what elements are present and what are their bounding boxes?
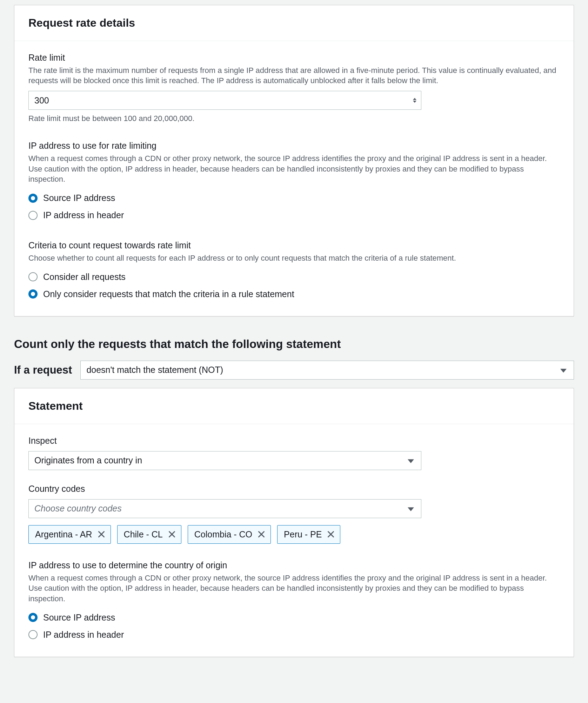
ip-rate-limiting-field: IP address to use for rate limiting When…: [28, 140, 560, 224]
close-icon: [168, 531, 175, 538]
panel-title: Statement: [28, 398, 560, 414]
remove-tag-button[interactable]: [257, 530, 266, 538]
radio-label: IP address in header: [43, 209, 124, 221]
criteria-description: Choose whether to count all requests for…: [28, 253, 560, 263]
radio-icon: [28, 194, 38, 203]
rate-limit-description: The rate limit is the maximum number of …: [28, 65, 560, 86]
criteria-radio-group: Consider all requests Only consider requ…: [28, 268, 560, 303]
country-tag: Peru - PE: [277, 525, 340, 544]
country-codes-select[interactable]: Choose country codes: [28, 499, 421, 518]
select-value: Originates from a country in: [34, 454, 142, 467]
ip-rate-description: When a request comes through a CDN or ot…: [28, 153, 560, 185]
country-codes-label: Country codes: [28, 483, 560, 495]
criteria-option-all[interactable]: Consider all requests: [28, 268, 560, 286]
panel-title: Request rate details: [28, 15, 560, 31]
country-tag: Argentina - AR: [28, 525, 111, 544]
stepper-up-icon: [413, 98, 416, 100]
inspect-label: Inspect: [28, 435, 560, 447]
country-codes-tags: Argentina - AR Chile - CL Colombia - CO: [28, 525, 560, 544]
rate-limit-hint: Rate limit must be between 100 and 20,00…: [28, 113, 560, 124]
radio-label: Only consider requests that match the cr…: [43, 288, 294, 300]
radio-icon: [28, 289, 38, 299]
rate-limit-input[interactable]: [28, 91, 421, 110]
tag-label: Argentina - AR: [35, 528, 92, 541]
ip-rate-radio-group: Source IP address IP address in header: [28, 189, 560, 224]
ip-origin-radio-group: Source IP address IP address in header: [28, 609, 560, 643]
if-request-label: If a request: [14, 362, 72, 377]
remove-tag-button[interactable]: [327, 530, 335, 538]
ip-origin-option-header[interactable]: IP address in header: [28, 626, 560, 643]
ip-origin-field: IP address to use to determine the count…: [28, 559, 560, 643]
tag-label: Peru - PE: [284, 528, 322, 541]
radio-icon: [28, 613, 38, 622]
tag-label: Chile - CL: [124, 528, 163, 541]
radio-label: Source IP address: [43, 611, 115, 624]
ip-rate-option-source[interactable]: Source IP address: [28, 189, 560, 207]
criteria-option-match[interactable]: Only consider requests that match the cr…: [28, 286, 560, 303]
radio-icon: [28, 630, 38, 639]
rate-limit-label: Rate limit: [28, 52, 560, 64]
radio-label: Consider all requests: [43, 271, 126, 283]
close-icon: [98, 531, 105, 538]
country-codes-field: Country codes Choose country codes Argen…: [28, 483, 560, 544]
close-icon: [327, 531, 334, 538]
remove-tag-button[interactable]: [97, 530, 106, 538]
radio-icon: [28, 272, 38, 281]
select-value: doesn't match the statement (NOT): [86, 364, 223, 376]
inspect-select[interactable]: Originates from a country in: [28, 451, 421, 470]
select-placeholder: Choose country codes: [34, 502, 122, 515]
stepper-down-icon: [413, 101, 416, 103]
ip-origin-description: When a request comes through a CDN or ot…: [28, 573, 560, 604]
chevron-down-icon: [408, 507, 414, 511]
inspect-field: Inspect Originates from a country in: [28, 435, 560, 470]
criteria-field: Criteria to count request towards rate l…: [28, 239, 560, 303]
country-tag: Chile - CL: [117, 525, 181, 544]
chevron-down-icon: [560, 369, 567, 373]
ip-rate-option-header[interactable]: IP address in header: [28, 207, 560, 224]
radio-icon: [28, 211, 38, 220]
country-tag: Colombia - CO: [188, 525, 271, 544]
radio-label: IP address in header: [43, 629, 124, 641]
tag-label: Colombia - CO: [194, 528, 252, 541]
criteria-label: Criteria to count request towards rate l…: [28, 239, 560, 252]
if-request-row: If a request doesn't match the statement…: [14, 361, 574, 380]
ip-origin-option-source[interactable]: Source IP address: [28, 609, 560, 626]
rate-limit-stepper[interactable]: [412, 95, 418, 105]
statement-panel: Statement Inspect Originates from a coun…: [14, 388, 574, 657]
request-rate-details-panel: Request rate details Rate limit The rate…: [14, 5, 574, 316]
ip-origin-label: IP address to use to determine the count…: [28, 559, 560, 571]
chevron-down-icon: [408, 459, 414, 463]
rate-limit-field: Rate limit The rate limit is the maximum…: [28, 52, 560, 124]
count-section-heading: Count only the requests that match the f…: [14, 336, 574, 352]
radio-label: Source IP address: [43, 192, 115, 204]
if-request-select[interactable]: doesn't match the statement (NOT): [80, 361, 574, 380]
ip-rate-label: IP address to use for rate limiting: [28, 140, 560, 152]
close-icon: [258, 531, 265, 538]
remove-tag-button[interactable]: [168, 530, 176, 538]
